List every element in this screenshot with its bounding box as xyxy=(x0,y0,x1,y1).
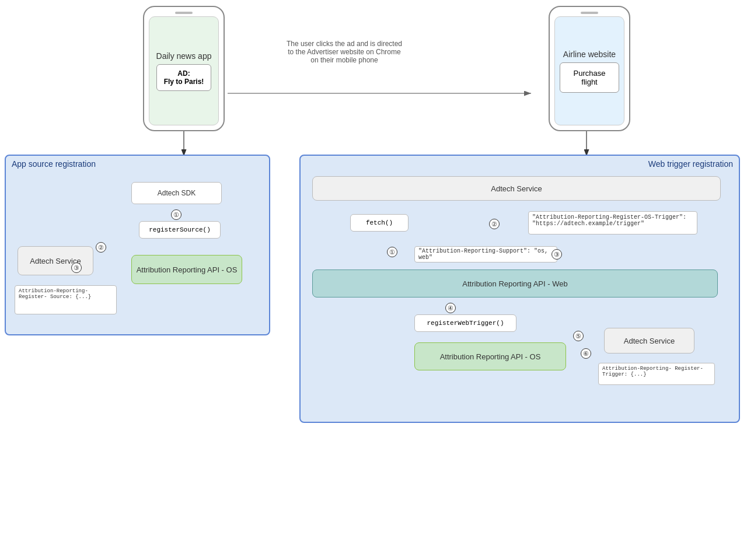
attribution-web: Attribution Reporting API - Web xyxy=(312,270,718,298)
step4-right: ④ xyxy=(445,303,456,313)
attribution-os-left: Attribution Reporting API - OS xyxy=(131,255,242,284)
ad-label: AD: xyxy=(177,69,190,78)
right-panel-title: Web trigger registration xyxy=(648,159,733,169)
register-web-trigger-box: registerWebTrigger() xyxy=(414,314,516,332)
attribution-os-right-label: Attribution Reporting API - OS xyxy=(440,352,541,361)
step1-right: ① xyxy=(387,247,397,257)
adtech-service-top-right: Adtech Service xyxy=(312,176,721,201)
step3-right: ③ xyxy=(551,249,562,260)
step3-left: ③ xyxy=(71,262,82,273)
left-phone-screen: Daily news app AD: Fly to Paris! xyxy=(149,16,219,125)
os-trigger-text: "Attribution-Reporting-Register-OS-Trigg… xyxy=(532,214,686,227)
step1-left: ① xyxy=(171,209,181,220)
adtech-service-right-label: Adtech Service xyxy=(624,337,675,345)
support-box: "Attribution-Reporting-Support": "os, we… xyxy=(414,246,557,262)
step6-right: ⑥ xyxy=(581,348,591,359)
ad-text: Fly to Paris! xyxy=(164,78,204,86)
left-phone: Daily news app AD: Fly to Paris! xyxy=(143,6,225,131)
web-trigger-registration-panel: Web trigger registration Adtech Service … xyxy=(299,155,740,423)
source-register-code-box: Attribution-Reporting-Register- Source: … xyxy=(15,285,117,314)
step2-left: ② xyxy=(96,242,106,253)
step5-right: ⑤ xyxy=(573,331,584,341)
support-text: "Attribution-Reporting-Support": "os, we… xyxy=(418,248,553,261)
attribution-os-right: Attribution Reporting API - OS xyxy=(414,342,566,370)
ad-box: AD: Fly to Paris! xyxy=(156,64,212,91)
register-source-box: registerSource() xyxy=(139,221,221,239)
right-phone: Airline website Purchase flight xyxy=(549,6,630,131)
app-source-registration-panel: App source registration Adtech SDK ① reg… xyxy=(5,155,270,335)
description-text: The user clicks the ad and is directed t… xyxy=(286,40,403,64)
adtech-sdk-label: Adtech SDK xyxy=(152,186,201,201)
purchase-box: Purchase flight xyxy=(560,62,619,93)
adtech-service-top-label: Adtech Service xyxy=(491,184,542,193)
attribution-os-left-label: Attribution Reporting API - OS xyxy=(137,265,238,274)
trigger-code-box: Attribution-Reporting- Register-Trigger:… xyxy=(598,363,715,385)
fetch-box: fetch() xyxy=(350,214,409,232)
os-trigger-box: "Attribution-Reporting-Register-OS-Trigg… xyxy=(528,211,697,235)
attribution-web-label: Attribution Reporting API - Web xyxy=(462,279,567,288)
purchase-text: Purchase flight xyxy=(574,69,606,86)
phone-speaker-right xyxy=(581,12,598,14)
source-register-code: Attribution-Reporting-Register- Source: … xyxy=(19,288,91,300)
adtech-sdk-box: Adtech SDK xyxy=(131,182,222,204)
adtech-service-left: Adtech Service xyxy=(18,246,93,275)
adtech-service-right: Adtech Service xyxy=(604,328,694,354)
step2-right: ② xyxy=(489,219,500,229)
phone-speaker-left xyxy=(175,12,193,14)
left-panel-title: App source registration xyxy=(12,159,96,169)
right-phone-screen: Airline website Purchase flight xyxy=(554,16,624,125)
left-phone-title: Daily news app xyxy=(156,51,212,61)
trigger-code-text: Attribution-Reporting- Register-Trigger:… xyxy=(602,366,703,377)
register-web-trigger-label: registerWebTrigger() xyxy=(427,320,504,327)
fetch-label: fetch() xyxy=(366,219,393,226)
register-source-label: registerSource() xyxy=(149,226,211,233)
right-phone-title: Airline website xyxy=(563,50,616,59)
